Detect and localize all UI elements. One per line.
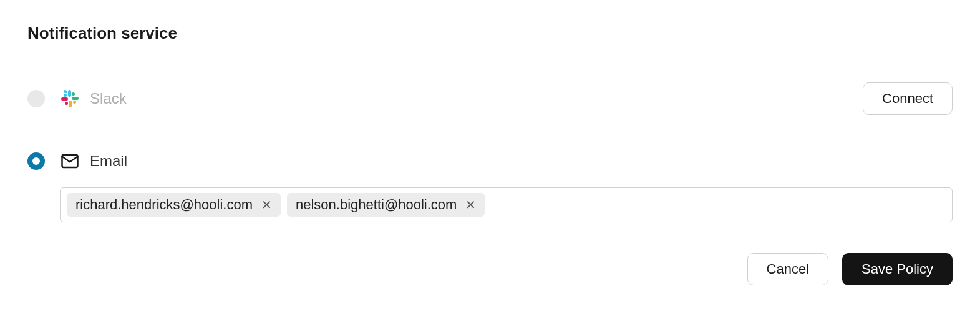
email-chip: richard.hendricks@hooli.com ✕	[67, 193, 281, 217]
svg-rect-6	[61, 97, 68, 101]
email-chips-input[interactable]: richard.hendricks@hooli.com ✕ nelson.big…	[60, 187, 953, 222]
svg-point-7	[65, 102, 68, 105]
option-email-row: Email	[0, 142, 980, 180]
email-chip-text: nelson.bighetti@hooli.com	[296, 197, 457, 213]
mail-icon	[59, 150, 81, 172]
svg-point-3	[72, 92, 75, 96]
email-label: Email	[90, 152, 127, 170]
svg-point-5	[73, 101, 76, 104]
radio-email[interactable]	[27, 152, 45, 170]
cancel-button[interactable]: Cancel	[747, 253, 828, 285]
section-header: Notification service	[0, 0, 980, 62]
save-policy-button[interactable]: Save Policy	[842, 253, 953, 285]
email-chip: nelson.bighetti@hooli.com ✕	[287, 193, 485, 217]
close-icon[interactable]: ✕	[463, 199, 478, 211]
slack-label: Slack	[90, 90, 127, 107]
radio-slack[interactable]	[27, 90, 45, 107]
divider	[0, 62, 980, 62]
svg-rect-2	[72, 97, 79, 100]
svg-rect-0	[68, 90, 71, 97]
email-chip-text: richard.hendricks@hooli.com	[75, 197, 253, 213]
option-slack-row: Slack Connect	[0, 80, 980, 117]
svg-rect-4	[69, 101, 72, 107]
close-icon[interactable]: ✕	[259, 199, 274, 211]
footer-actions: Cancel Save Policy	[0, 240, 980, 300]
slack-icon	[59, 87, 81, 110]
connect-slack-button[interactable]: Connect	[863, 82, 953, 115]
email-chips-row: richard.hendricks@hooli.com ✕ nelson.big…	[0, 187, 980, 222]
svg-point-1	[64, 94, 67, 97]
section-title: Notification service	[27, 24, 953, 43]
